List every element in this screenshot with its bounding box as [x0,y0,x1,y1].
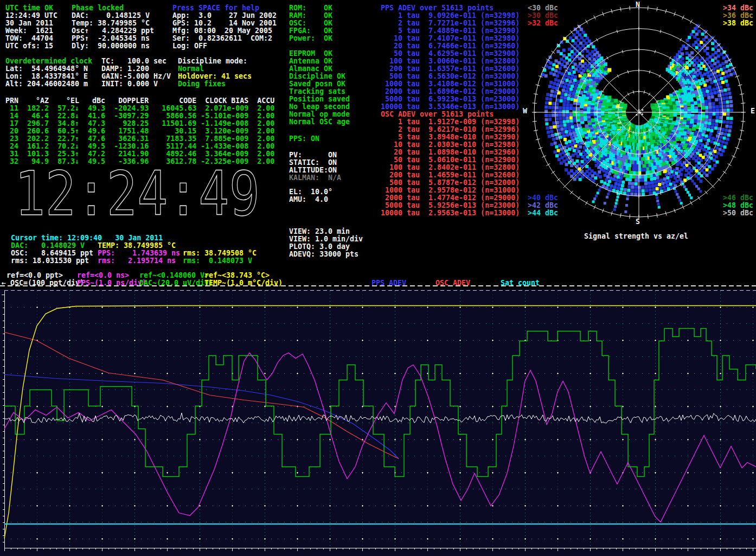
pps_adev-row-4: 20 tau 6.7466e-011 (n=32960) [381,42,520,50]
osc_adev-row-5: 50 tau 5.0610e-011 (n=32900) [381,156,520,164]
sat-table-row-7: 32 94.9 87.3↓ 49.5 -336.96 3612.78 -2.32… [5,158,274,165]
dac-ref: ref~<0.148060 V> [139,272,209,279]
pps_adev-row-2: 5 tau 7.4889e-011 (n=32990) [381,27,520,35]
altitude-mode: ALTITUDE:ON [289,167,337,174]
pps_adev-row-3: 10 tau 7.4107e-011 (n=32980) [381,35,520,42]
osc_adev-row-1: 2 tau 9.6217e-010 (n=32996) [381,126,520,133]
view-div: VIEW: 1.0 min/div [289,235,363,243]
longitude: Lon: 18.4337841° E [5,73,88,80]
sat-table-row-0: 11 182.2 57.2↓ 49.3 -2024.93 16045.63 2.… [5,105,274,112]
tc-value: TC: 100.0 sec [101,57,166,65]
strip-chart-canvas[interactable] [0,285,756,556]
pps_adev-row-5: 50 tau 4.6295e-011 (n=32900) [381,50,520,57]
pps_adev-row-7: 200 tau 1.6357e-011 (n=32600) [381,65,520,73]
osc_adev-row-11: 5000 tau 5.9256e-013 (n=23000) [381,202,520,209]
osc-age-status: Normal OSC age [289,118,350,126]
almanac-status: Almanac OK [289,65,332,73]
static-mode: STATIC: ON [289,159,337,167]
pps-value: PPS↑ -2.045345 ns [72,35,150,42]
phase-status: Phase locked [72,4,124,12]
sat-table-row-5: 24 161.2 70.2↓ 49.5 -1230.16 5117.44 -1.… [5,143,274,150]
fixes-status: Doing fixes [178,80,226,88]
gps-version: GPS: 10.2 14 Nov 2001 [172,20,277,27]
utc-time: 12:24:49 UTC [5,12,57,20]
clock-mode: Overdetermined clock [5,57,92,65]
big-clock-digits: 12:24:49 [15,166,260,220]
osc_adev-title: OSC ADEV over 51613 points [381,111,494,118]
mfg-date: Mfg: 08:00 20 May 2005 [172,27,272,35]
pps_adev-row-8: 500 tau 6.5630e-012 (n=32000) [381,73,520,80]
plot-queue: PLOTQ: 3.0 day [289,243,350,251]
pps_adev-row-10: 2000 tau 1.6896e-012 (n=29000) [381,88,520,95]
lady-heather-screen: UTC time OK12:24:49 UTC30 Jan 2011Week: … [0,0,756,556]
op-mode-status: Normal op mode [289,111,350,118]
sat-table-row-1: 14 46.4 22.8↓ 41.6 -3097.29 5860.56 -5.1… [5,112,274,120]
power-status: Power: OK [289,35,332,42]
sat-table-row-2: 17 296.7 34.8↑ 47.3 928.25 11501.69 -1.1… [5,120,274,127]
pps_adev-row-0: 1 tau 9.0926e-011 (n=32998) [381,12,520,20]
pps_adev-row-11: 5000 tau 6.9923e-013 (n=23000) [381,95,520,103]
utc-status: UTC time OK [5,4,53,12]
dly-value: Dly: 90.000000 ns [72,42,150,50]
damp-value: DAMP: 1.200 [101,65,149,73]
osc_adev-row-6: 100 tau 2.8402e-011 (n=32800) [381,164,520,171]
discipline-status: Discipline OK [289,73,345,80]
help-hint: Press SPACE for help [172,4,259,12]
amu-mask: AMU: 4.0 [289,196,328,203]
app-version: App: 3.0 27 Jun 2002 [172,12,277,20]
sat-table-row-3: 20 260.6 60.5↑ 49.6 1751.48 30.15 3.120e… [5,127,274,135]
pps-enable: PPS: ON [289,135,319,143]
osc_adev-row-7: 200 tau 1.4659e-011 (n=32600) [381,171,520,179]
pps_adev-title: PPS ADEV over 51613 points [381,4,494,12]
antenna-status: Antenna OK [289,57,332,65]
gps-week: Week: 1621 [5,27,53,35]
osc_adev-row-4: 20 tau 1.0898e-010 (n=32960) [381,149,520,156]
log-status: Log: OFF [172,42,207,50]
adev-queue: ADEVQ: 33000 pts [289,251,358,258]
ram-status: RAM: OK [289,12,332,20]
gps-tow: TOW: 44704 [5,35,53,42]
pps-ref: ref=<0.0 ns> [77,272,129,279]
osc_adev-row-12: 10000 tau 2.9563e-013 (n=13000) [381,209,520,217]
osc_adev-row-0: 1 tau 1.9127e-009 (n=32998) [381,118,520,126]
tracking-status: Tracking sats [289,88,345,95]
leap-status: No leap second [289,103,350,111]
cursor-temp: TEMP: 38.749985 °C [98,242,176,250]
dac-value: DAC: 0.148125 V [72,12,150,20]
temp-ref: ref~<38.743 °C> [204,272,270,279]
eeprom-status: EEPROM OK [289,50,332,57]
rms-pps: rms: 2.195714 ns [98,257,176,265]
gain-value: GAIN:-5.000 Hz/V [101,73,171,80]
satellite-map-canvas[interactable] [521,0,756,228]
cursor-pps: PPS: 1.743639 ns [98,250,180,257]
osc-status: OSC: OK [289,20,332,27]
position-status: Position saved [289,95,350,103]
cursor-time: Cursor time: 12:09:40 30 Jan 2011 [11,234,163,242]
pps_adev-row-6: 100 tau 3.0060e-011 (n=32800) [381,57,520,65]
osc_adev-row-10: 2000 tau 1.4774e-012 (n=29000) [381,194,520,202]
osc_adev-row-3: 10 tau 2.0303e-010 (n=32980) [381,141,520,149]
big-clock: 12:24:49 [14,166,268,220]
rms-dac: rms: 0.148073 V [183,257,252,265]
utc-date: 30 Jan 2011 [5,20,53,27]
pps_adev-row-12: 10000 tau 3.5346e-013 (n=13000) [381,103,520,111]
saved-posn-status: Saved posn OK [289,80,345,88]
latitude: Lat: 54.4964948° N [5,65,88,73]
temp-value: Temp: 38.749985 °C [72,20,150,27]
sat-table-row-4: 23 202.2 22.7↑ 47.6 3626.31 7183.35 7.88… [5,135,274,143]
altitude: Alt: 204.46002480 m [5,80,88,88]
cursor-dac: DAC: 0.148029 V [11,242,85,250]
osc_adev-row-2: 5 tau 3.8948e-010 (n=32990) [381,133,520,141]
osc_adev-row-8: 500 tau 5.8787e-012 (n=32000) [381,179,520,187]
serial-number: Ser: 0.82362611 COM:2 [172,35,272,42]
discipline-mode-label: Discipline mode: [178,57,247,65]
pps_adev-row-9: 1000 tau 3.4108e-012 (n=31000) [381,80,520,88]
holdover-status: Holdover: 41 secs [178,73,252,80]
osc-ref: ref=<0.0 ppt> [7,272,63,279]
rms-temp: rms: 38.749508 °C [183,250,257,257]
osc_adev-row-9: 1000 tau 2.9578e-012 (n=31000) [381,187,520,194]
rms-osc: rms: 18.031530 ppt [11,257,89,265]
pv-mode: PV: ON [289,151,337,159]
view-span: VIEW: 23.0 min [289,228,350,235]
fpga-status: FPGA: OK [289,27,332,35]
